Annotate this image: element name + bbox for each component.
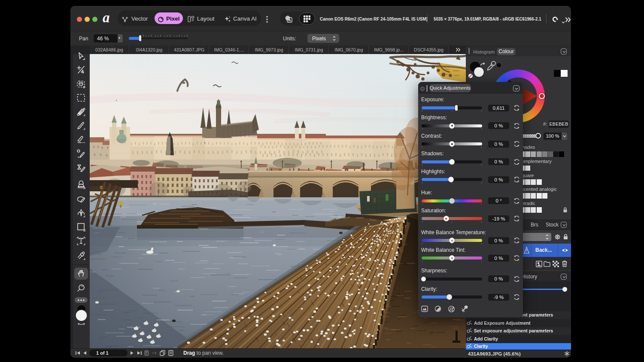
svg-text:A: A: [288, 18, 291, 22]
